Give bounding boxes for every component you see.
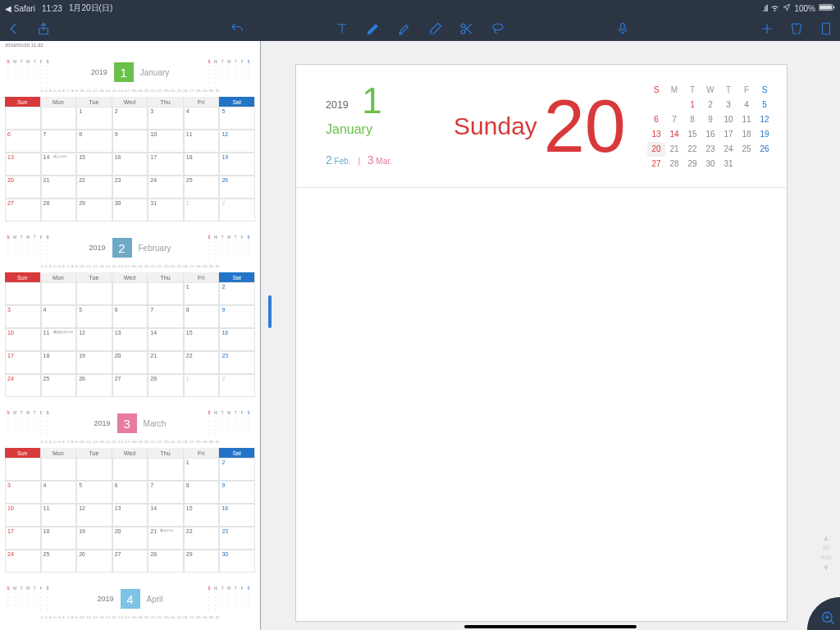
thumb-day-cell[interactable]: 2 (219, 282, 255, 305)
thumb-day-cell[interactable]: 3 (5, 305, 41, 328)
mini-cal-day[interactable]: 31 (719, 157, 737, 171)
highlighter-tool-icon[interactable] (397, 21, 412, 36)
thumbnail-panel[interactable]: 2019/01/20 11:22 SMTWTFS················… (0, 41, 261, 630)
thumb-day-cell[interactable]: 6 (112, 305, 148, 328)
add-icon[interactable] (760, 21, 774, 36)
mini-cal-day[interactable]: 5 (756, 98, 774, 112)
mini-cal-day[interactable]: 3 (719, 98, 737, 112)
home-indicator[interactable] (464, 625, 637, 628)
zoom-button[interactable] (807, 597, 840, 630)
thumb-day-cell[interactable] (5, 282, 41, 305)
thumb-day-cell[interactable]: 26 (219, 176, 255, 199)
thumb-day-cell[interactable] (112, 458, 148, 481)
thumb-day-cell[interactable]: 15 (184, 504, 220, 527)
thumb-day-cell[interactable]: 27 (112, 550, 148, 573)
page-up-icon[interactable]: ▲ (817, 533, 835, 543)
undo-icon[interactable] (230, 21, 244, 36)
thumb-day-cell[interactable]: 29 (76, 199, 112, 221)
mini-cal-day[interactable] (665, 98, 683, 112)
thumb-day-cell[interactable]: 10 (148, 130, 184, 153)
thumb-day-cell[interactable]: 5 (76, 481, 112, 504)
thumb-day-cell[interactable]: 12 (219, 130, 255, 153)
thumb-day-cell[interactable]: 31 (148, 199, 184, 221)
thumb-day-cell[interactable]: 4 (41, 481, 77, 504)
thumb-day-cell[interactable]: 17 (5, 351, 41, 374)
mini-cal-day[interactable]: 16 (701, 127, 719, 142)
thumb-day-cell[interactable]: 19 (219, 153, 255, 176)
thumb-day-cell[interactable]: 11 (184, 130, 220, 153)
thumb-day-cell[interactable]: 5 (219, 107, 255, 130)
thumb-day-cell[interactable]: 11建国記念の日 (41, 328, 77, 351)
mini-cal-day[interactable] (647, 98, 665, 112)
thumb-day-cell[interactable]: 25 (41, 374, 77, 397)
thumb-day-cell[interactable]: 18 (41, 527, 77, 550)
thumb-day-cell[interactable] (112, 282, 148, 305)
thumb-day-cell[interactable]: 1 (184, 282, 220, 305)
thumb-day-cell[interactable]: 25 (184, 176, 220, 199)
thumb-day-cell[interactable]: 15 (184, 328, 220, 351)
thumb-day-cell[interactable]: 6 (112, 481, 148, 504)
mini-cal-day[interactable]: 23 (701, 142, 719, 157)
thumb-day-cell[interactable] (41, 107, 77, 130)
mini-cal-day[interactable] (737, 157, 756, 171)
thumb-day-cell[interactable]: 20 (112, 527, 148, 550)
mini-cal-day[interactable]: 27 (647, 157, 665, 171)
thumb-day-cell[interactable]: 1 (184, 374, 220, 397)
thumb-day-cell[interactable] (148, 458, 184, 481)
month-thumbnail[interactable]: SMTWTFS·································… (0, 402, 260, 573)
thumb-day-cell[interactable]: 2 (219, 374, 255, 397)
thumb-day-cell[interactable]: 2 (219, 199, 255, 221)
mini-cal-day[interactable]: 15 (683, 127, 701, 142)
thumb-day-cell[interactable]: 17 (148, 153, 184, 176)
thumb-day-cell[interactable]: 24 (148, 176, 184, 199)
thumb-day-cell[interactable] (76, 282, 112, 305)
thumb-day-cell[interactable] (41, 282, 77, 305)
mini-cal-day[interactable]: 2 (701, 98, 719, 112)
thumb-day-cell[interactable]: 15 (76, 153, 112, 176)
mini-cal-day[interactable]: 19 (756, 127, 774, 142)
next-month-links[interactable]: 2 Feb. | 3 Mar. (326, 153, 432, 167)
thumb-day-cell[interactable]: 3 (148, 107, 184, 130)
thumb-day-cell[interactable]: 12 (76, 504, 112, 527)
mini-cal-day[interactable]: 28 (665, 157, 683, 171)
thumb-day-cell[interactable]: 9 (219, 305, 255, 328)
settings-icon[interactable] (789, 21, 804, 36)
thumb-day-cell[interactable]: 13 (112, 504, 148, 527)
thumb-day-cell[interactable]: 16 (219, 328, 255, 351)
mini-cal-day[interactable]: 8 (683, 112, 701, 127)
mini-cal-day[interactable]: 14 (665, 127, 683, 142)
thumb-day-cell[interactable]: 1 (184, 458, 220, 481)
page-down-icon[interactable]: ▼ (817, 563, 835, 573)
thumb-day-cell[interactable]: 23 (219, 527, 255, 550)
thumb-day-cell[interactable]: 28 (41, 199, 77, 221)
thumb-day-cell[interactable]: 18 (41, 351, 77, 374)
thumb-day-cell[interactable]: 27 (112, 374, 148, 397)
mini-cal-day[interactable]: 17 (719, 127, 737, 142)
thumb-day-cell[interactable] (41, 458, 77, 481)
microphone-icon[interactable] (615, 21, 630, 36)
pen-tool-icon[interactable] (366, 21, 381, 36)
thumb-day-cell[interactable]: 11 (41, 504, 77, 527)
thumb-day-cell[interactable]: 9 (219, 481, 255, 504)
planner-page[interactable]: 2019 1 January 2 Feb. | 3 Mar. Sunday 20… (295, 64, 788, 622)
thumb-day-cell[interactable]: 30 (112, 199, 148, 221)
mini-cal-day[interactable]: 29 (683, 157, 701, 171)
thumb-day-cell[interactable]: 19 (76, 527, 112, 550)
split-divider-handle[interactable] (268, 295, 272, 328)
thumb-day-cell[interactable]: 26 (76, 550, 112, 573)
thumb-day-cell[interactable]: 28 (148, 374, 184, 397)
mini-cal-day[interactable]: 24 (719, 142, 737, 157)
thumb-day-cell[interactable]: 28 (148, 550, 184, 573)
thumb-day-cell[interactable]: 26 (76, 374, 112, 397)
thumb-day-cell[interactable]: 23 (219, 351, 255, 374)
mini-cal-day[interactable]: 12 (756, 112, 774, 127)
lasso-tool-icon[interactable] (491, 21, 505, 36)
mini-cal-day[interactable]: 9 (701, 112, 719, 127)
thumb-day-cell[interactable]: 30 (219, 550, 255, 573)
month-thumbnail[interactable]: SMTWTFS·································… (0, 578, 260, 623)
thumb-day-cell[interactable]: 2 (112, 107, 148, 130)
mini-cal-day[interactable]: 22 (683, 142, 701, 157)
thumb-day-cell[interactable]: 4 (184, 107, 220, 130)
thumb-day-cell[interactable]: 17 (5, 527, 41, 550)
thumb-day-cell[interactable]: 14 (148, 328, 184, 351)
